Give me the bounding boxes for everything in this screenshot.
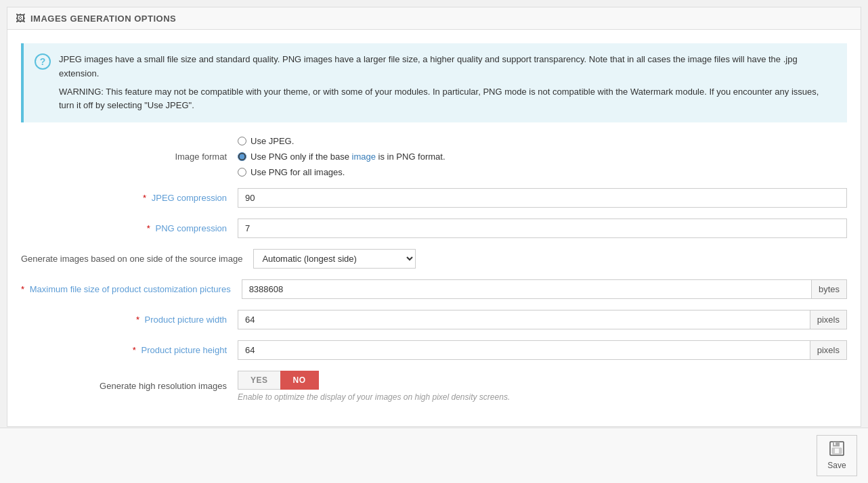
images-generation-panel: 🖼 IMAGES GENERATION OPTIONS ? JPEG image… bbox=[7, 7, 861, 427]
product-height-input[interactable]: 64 bbox=[238, 340, 810, 360]
high-resolution-label: Generate high resolution images bbox=[21, 380, 238, 392]
jpeg-compression-label: * JPEG compression bbox=[21, 192, 238, 204]
product-width-label-text: Product picture width bbox=[145, 315, 227, 325]
high-resolution-group: Generate high resolution images YES NO E… bbox=[21, 371, 847, 402]
save-label: Save bbox=[827, 461, 846, 470]
save-icon bbox=[829, 441, 844, 458]
panel-body: ? JPEG images have a small file size and… bbox=[7, 30, 861, 426]
max-file-size-label: * Maximum file size of product customiza… bbox=[21, 283, 242, 296]
svg-rect-3 bbox=[833, 442, 840, 446]
required-star-png: * bbox=[147, 223, 150, 233]
required-star-jpeg: * bbox=[143, 193, 146, 203]
svg-text:?: ? bbox=[40, 56, 46, 67]
radio-use-png-all-label: Use PNG for all images. bbox=[251, 167, 345, 177]
radio-use-png-if-label: Use PNG only if the base image is in PNG… bbox=[251, 152, 446, 162]
save-button[interactable]: Save bbox=[817, 435, 857, 476]
product-height-label-text: Product picture height bbox=[142, 345, 227, 355]
radio-use-jpeg-input[interactable] bbox=[238, 137, 246, 145]
radio-use-png-all[interactable]: Use PNG for all images. bbox=[238, 167, 446, 177]
radio-use-jpeg-label: Use JPEG. bbox=[251, 136, 294, 146]
required-star-filesize: * bbox=[21, 284, 24, 294]
generate-based-group: Generate images based on one side of the… bbox=[21, 249, 847, 269]
svg-rect-5 bbox=[835, 448, 839, 453]
radio-use-jpeg[interactable]: Use JPEG. bbox=[238, 136, 446, 146]
info-line1: JPEG images have a small file size and s… bbox=[59, 53, 836, 81]
high-resolution-toggle: YES NO bbox=[238, 371, 510, 390]
jpeg-compression-input[interactable]: 90 bbox=[238, 188, 847, 208]
info-icon: ? bbox=[35, 53, 51, 74]
info-text: JPEG images have a small file size and s… bbox=[59, 53, 836, 113]
required-star-height: * bbox=[133, 345, 136, 355]
product-height-input-wrapper: 64 pixels bbox=[238, 340, 847, 360]
png-compression-label: * PNG compression bbox=[21, 223, 238, 235]
jpeg-compression-group: * JPEG compression 90 bbox=[21, 188, 847, 208]
svg-rect-6 bbox=[834, 442, 836, 445]
generate-based-label: Generate images based on one side of the… bbox=[21, 253, 253, 265]
page-wrapper: 🖼 IMAGES GENERATION OPTIONS ? JPEG image… bbox=[0, 7, 868, 483]
product-width-suffix: pixels bbox=[810, 310, 847, 329]
png-compression-label-text: PNG compression bbox=[156, 223, 227, 233]
generate-based-select[interactable]: Automatic (longest side) Width Height bbox=[253, 249, 416, 269]
image-format-radios: Use JPEG. Use PNG only if the base image… bbox=[238, 136, 446, 177]
max-file-size-input[interactable]: 8388608 bbox=[242, 279, 812, 299]
high-resolution-toggle-wrapper: YES NO Enable to optimize the display of… bbox=[238, 371, 510, 402]
product-height-suffix: pixels bbox=[810, 340, 847, 360]
required-star-width: * bbox=[136, 315, 139, 325]
image-format-group: Image format Use JPEG. Use PNG only if t… bbox=[21, 136, 847, 177]
radio-use-png-all-input[interactable] bbox=[238, 168, 246, 177]
product-width-input[interactable]: 64 bbox=[238, 310, 810, 329]
image-format-label: Image format bbox=[21, 151, 238, 163]
no-button[interactable]: NO bbox=[280, 371, 319, 390]
product-width-input-wrapper: 64 pixels bbox=[238, 310, 847, 329]
jpeg-compression-label-text: JPEG compression bbox=[152, 193, 227, 203]
max-file-size-label-text: Maximum file size of product customizati… bbox=[30, 284, 231, 294]
radio-use-png-if-input[interactable] bbox=[238, 152, 246, 161]
save-area: Save bbox=[0, 428, 868, 483]
panel-header: 🖼 IMAGES GENERATION OPTIONS bbox=[7, 7, 861, 30]
product-height-label: * Product picture height bbox=[21, 344, 238, 356]
png-compression-group: * PNG compression 7 bbox=[21, 218, 847, 238]
product-height-group: * Product picture height 64 pixels bbox=[21, 340, 847, 360]
high-resolution-label-text: Generate high resolution images bbox=[100, 381, 227, 391]
info-line2: WARNING: This feature may not be compati… bbox=[59, 85, 836, 114]
product-width-label: * Product picture width bbox=[21, 314, 238, 326]
high-resolution-help: Enable to optimize the display of your i… bbox=[238, 392, 510, 402]
max-file-size-group: * Maximum file size of product customiza… bbox=[21, 279, 847, 299]
panel-title: IMAGES GENERATION OPTIONS bbox=[30, 14, 176, 24]
radio-use-png-if[interactable]: Use PNG only if the base image is in PNG… bbox=[238, 152, 446, 162]
product-width-group: * Product picture width 64 pixels bbox=[21, 310, 847, 329]
png-compression-input[interactable]: 7 bbox=[238, 218, 847, 238]
yes-button[interactable]: YES bbox=[238, 371, 280, 390]
max-file-size-input-wrapper: 8388608 bytes bbox=[242, 279, 847, 299]
max-file-size-suffix: bytes bbox=[812, 279, 847, 299]
info-box: ? JPEG images have a small file size and… bbox=[21, 43, 847, 122]
panel-icon: 🖼 bbox=[16, 13, 25, 24]
